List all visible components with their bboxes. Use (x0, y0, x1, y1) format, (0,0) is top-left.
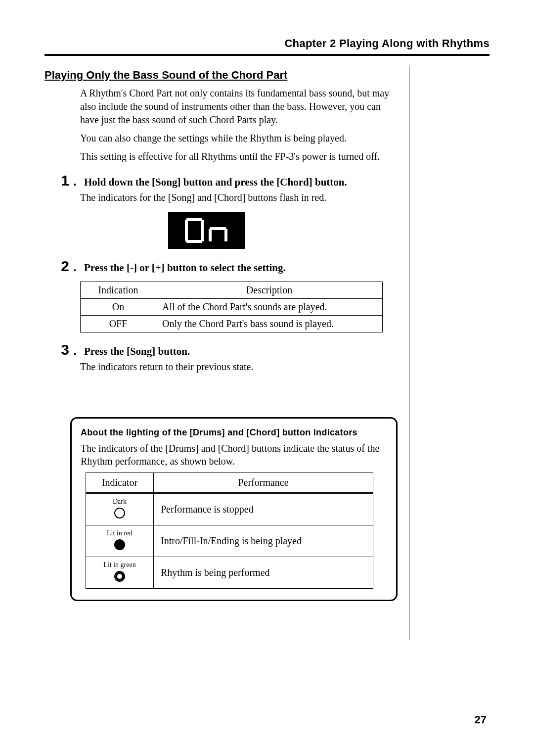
indicator-label: Lit in red (88, 529, 151, 537)
led-red-icon (114, 539, 125, 550)
step-2: 2 . Press the [-] or [+] button to selec… (44, 258, 398, 332)
step-title: Press the [-] or [+] button to select th… (84, 262, 286, 274)
led-green-icon (114, 571, 125, 582)
indicator-cell-red: Lit in red (86, 525, 154, 557)
cell-indication: OFF (81, 316, 156, 332)
side-column (409, 66, 490, 640)
th-indication: Indication (81, 282, 156, 299)
header-rule (44, 54, 490, 56)
step-number: 1 (44, 172, 69, 189)
th-indicator: Indicator (86, 473, 154, 493)
callout-box: About the lighting of the [Drums] and [C… (70, 417, 398, 601)
step-body: The indicators return to their previous … (80, 361, 398, 373)
intro-p1: A Rhythm's Chord Part not only contains … (80, 87, 398, 127)
th-description: Description (156, 282, 383, 299)
lcd-display-figure (168, 212, 245, 249)
cell-indication: On (81, 299, 156, 316)
page-number: 27 (475, 713, 487, 726)
step-1: 1 . Hold down the [Song] button and pres… (44, 172, 398, 249)
intro-p2: You can also change the settings while t… (80, 132, 398, 145)
performance-cell: Rhythm is being performed (154, 557, 373, 589)
callout-title: About the lighting of the [Drums] and [C… (81, 427, 387, 438)
step-title: Press the [Song] button. (84, 345, 190, 358)
th-performance: Performance (154, 473, 373, 493)
step-title: Hold down the [Song] button and press th… (84, 176, 347, 189)
step-body: The indicators for the [Song] and [Chord… (80, 192, 398, 203)
indicator-cell-green: Lit in green (86, 557, 154, 589)
table-row: Lit in red Intro/Fill-In/Ending is being… (86, 525, 373, 557)
settings-table: Indication Description On All of the Cho… (80, 282, 383, 332)
led-dark-icon (114, 508, 125, 519)
step-number: 2 (44, 258, 69, 275)
step-dot: . (73, 260, 80, 274)
indicator-label: Lit in green (88, 561, 151, 569)
cell-description: Only the Chord Part's bass sound is play… (156, 316, 383, 332)
step-dot: . (73, 175, 80, 189)
performance-cell: Intro/Fill-In/Ending is being played (154, 525, 373, 557)
main-column: Playing Only the Bass Sound of the Chord… (44, 66, 409, 640)
table-header-row: Indication Description (81, 282, 383, 299)
indicator-label: Dark (88, 498, 151, 506)
step-dot: . (73, 344, 80, 358)
cell-description: All of the Chord Part's sounds are playe… (156, 299, 383, 316)
indicator-table: Indicator Performance Dark Performance i… (86, 472, 373, 589)
performance-cell: Performance is stopped (154, 493, 373, 525)
table-row: On All of the Chord Part's sounds are pl… (81, 299, 383, 316)
callout-body: The indicators of the [Drums] and [Chord… (81, 442, 387, 468)
table-row: Dark Performance is stopped (86, 493, 373, 525)
chapter-header: Chapter 2 Playing Along with Rhythms (44, 37, 490, 50)
table-row: OFF Only the Chord Part's bass sound is … (81, 316, 383, 332)
table-header-row: Indicator Performance (86, 473, 373, 493)
step-number: 3 (44, 341, 69, 358)
intro-p3: This setting is effective for all Rhythm… (80, 150, 398, 163)
table-row: Lit in green Rhythm is being performed (86, 557, 373, 589)
step-3: 3 . Press the [Song] button. The indicat… (44, 341, 398, 373)
indicator-cell-dark: Dark (86, 493, 154, 525)
section-title: Playing Only the Bass Sound of the Chord… (44, 69, 398, 82)
intro-block: A Rhythm's Chord Part not only contains … (80, 87, 398, 163)
seven-segment-on-icon (179, 217, 234, 244)
